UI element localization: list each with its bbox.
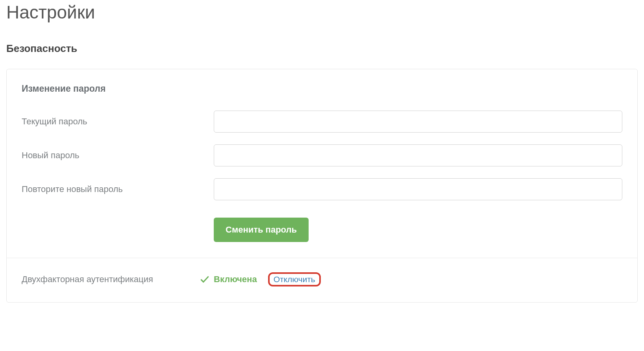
password-actions: Сменить пароль <box>22 218 622 242</box>
twofa-label: Двухфакторная аутентификация <box>22 274 200 284</box>
page-title: Настройки <box>6 2 638 23</box>
security-section-title: Безопасность <box>6 42 638 55</box>
twofa-status-group: Включена Отключить <box>200 272 321 286</box>
current-password-input[interactable] <box>214 111 622 133</box>
check-icon <box>200 274 210 284</box>
new-password-label: Новый пароль <box>22 150 214 161</box>
twofa-disable-link[interactable]: Отключить <box>268 272 321 286</box>
current-password-label: Текущий пароль <box>22 116 214 127</box>
twofa-status: Включена <box>200 274 257 284</box>
security-panel: Изменение пароля Текущий пароль Новый па… <box>6 69 638 303</box>
repeat-password-label: Повторите новый пароль <box>22 184 214 194</box>
twofa-section: Двухфакторная аутентификация Включена От… <box>7 258 637 302</box>
new-password-row: Новый пароль <box>22 144 622 166</box>
repeat-password-row: Повторите новый пароль <box>22 178 622 200</box>
change-password-button[interactable]: Сменить пароль <box>214 218 309 242</box>
repeat-password-input[interactable] <box>214 178 622 200</box>
password-change-subtitle: Изменение пароля <box>22 83 622 94</box>
twofa-status-text: Включена <box>214 274 257 284</box>
new-password-input[interactable] <box>214 144 622 166</box>
password-change-section: Изменение пароля Текущий пароль Новый па… <box>7 69 637 258</box>
current-password-row: Текущий пароль <box>22 111 622 133</box>
